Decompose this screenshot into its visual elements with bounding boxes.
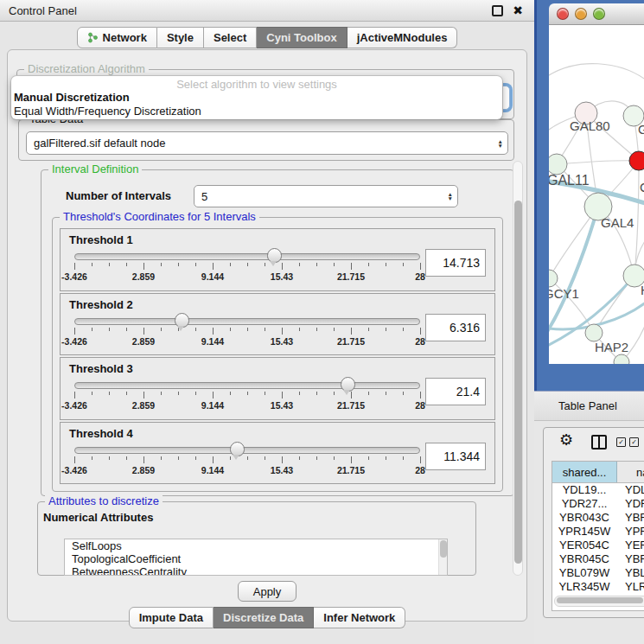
threshold-label: Threshold 4 [69,427,486,440]
tick-label: 15.43 [271,400,293,411]
tab-discretize-data[interactable]: Discretize Data [214,607,314,628]
table-data-combobox[interactable]: galFiltered.sif default node ▲▼ [26,131,508,155]
columns-icon[interactable] [591,435,607,450]
cell-name[interactable]: YPR1 [616,525,644,539]
cell-shared-name[interactable]: YDR27... [552,497,616,511]
stepper-arrows-icon: ▲▼ [448,192,453,201]
threshold-value-field[interactable]: 14.713 [425,249,486,277]
tick-label: -3.426 [61,465,87,475]
threshold-value-field[interactable]: 11.344 [425,443,486,470]
column-header-name[interactable]: na... [617,462,644,482]
number-of-intervals-combobox[interactable]: 5 ▲▼ [194,185,458,207]
threshold-slider[interactable]: -3.4262.8599.14415.4321.71528 [74,313,420,348]
float-window-icon[interactable] [492,5,503,16]
slider-track[interactable] [74,253,420,260]
tab-style[interactable]: Style [157,27,204,48]
table-row[interactable]: YBR045CYBR0 [552,552,644,566]
threshold-slider[interactable]: -3.4262.8599.14415.4321.71528 [74,442,420,476]
mac-close-icon[interactable] [557,8,569,20]
dropdown-item[interactable]: Manual Discretization [11,91,502,105]
slider-thumb[interactable] [341,377,355,392]
tab-select[interactable]: Select [204,27,257,48]
slider-track[interactable] [74,447,420,454]
table-data-value: galFiltered.sif default node [34,137,165,150]
cell-shared-name[interactable]: YPR145W [552,525,616,539]
cell-name[interactable]: YLR3 [616,580,644,594]
dropdown-item[interactable]: Equal Width/Frequency Discretization [11,105,502,118]
gear-icon[interactable]: ⚙ [559,432,573,448]
network-node[interactable] [629,151,644,170]
tab-cyni-toolbox[interactable]: Cyni Toolbox [257,27,347,48]
network-edge[interactable] [549,64,644,84]
cell-shared-name[interactable]: YER054C [552,539,616,552]
table-row[interactable]: YDL19...YDL1 [552,483,644,497]
network-edge[interactable] [557,161,639,164]
number-of-intervals-label: Number of Intervals [66,189,171,202]
node-label: C [640,180,644,194]
slider-thumb[interactable] [267,248,282,263]
interval-definition-title: Interval Definition [48,163,142,175]
tick-label: 28 [415,271,425,282]
network-node[interactable] [549,154,567,175]
node-label: G. [638,122,644,137]
column-header-shared-name[interactable]: shared... [552,462,617,482]
tab-jactivemnodules[interactable]: jActiveMNodules [348,27,458,48]
mac-minimize-icon[interactable] [575,8,587,20]
mac-zoom-icon[interactable] [593,8,605,20]
threshold-panel: Threshold 2-3.4262.8599.14415.4321.71528… [60,293,495,356]
top-tabbar: NetworkStyleSelectCyni ToolboxjActiveMNo… [0,27,534,48]
tab-network[interactable]: Network [77,27,157,48]
cell-name[interactable]: YDL1 [616,483,644,497]
checkbox-icon[interactable]: ✓ [616,437,626,447]
checkbox-icon[interactable]: ✓ [629,437,639,447]
cell-shared-name[interactable]: YBR045C [552,552,616,566]
cell-shared-name[interactable]: YBR043C [552,511,616,525]
cell-shared-name[interactable]: YDL19... [552,483,616,497]
network-node[interactable] [585,324,603,341]
table-row[interactable]: YDR27...YDR2 [552,497,644,511]
threshold-value-field[interactable]: 21.4 [425,378,486,405]
close-icon[interactable]: ✖ [513,4,523,16]
table-row[interactable]: YBR043CYBR0 [552,511,644,525]
tick-label: 28 [415,400,425,411]
table-row[interactable]: YPR145WYPR1 [552,525,644,539]
tab-label: jActiveMNodules [357,31,448,44]
threshold-slider[interactable]: -3.4262.8599.14415.4321.71528 [74,248,420,283]
apply-button[interactable]: Apply [238,581,296,602]
slider-thumb[interactable] [175,313,189,328]
tick-label: 28 [415,336,425,347]
node-label: GAL80 [570,118,610,133]
tab-impute-data[interactable]: Impute Data [129,607,214,628]
tick-label: 9.144 [201,400,224,411]
tick-label: 2.859 [132,336,155,347]
attribute-list-item[interactable]: SelfLoops [65,539,447,552]
tick-label: 9.144 [201,336,224,347]
tick-label: 2.859 [132,465,155,475]
attribute-list-item[interactable]: BetweennessCentrality [65,565,447,576]
slider-track[interactable] [74,318,420,325]
table-row[interactable]: YER054CYER0 [552,539,644,552]
tab-infer-network[interactable]: Infer Network [314,607,405,628]
cell-name[interactable]: YBL0 [616,566,644,580]
threshold-slider[interactable]: -3.4262.8599.14415.4321.71528 [74,377,420,411]
cell-name[interactable]: YBR0 [616,511,644,525]
list-scrollbar[interactable] [438,539,447,575]
slider-thumb[interactable] [230,442,245,456]
control-panel-dock: Control Panel ✖ NetworkStyleSelectCyni T… [0,0,534,644]
threshold-value-field[interactable]: 6.316 [425,314,486,341]
cell-name[interactable]: YER0 [616,539,644,552]
network-window-titlebar[interactable] [549,3,644,25]
slider-track[interactable] [74,382,420,389]
numerical-attributes-list[interactable]: SelfLoopsTopologicalCoefficientBetweenne… [64,539,448,576]
network-canvas[interactable]: GAL80G.GAL11GAL4GCY1HHAP2C [549,25,644,364]
cell-shared-name[interactable]: YLR345W [552,580,616,594]
node-label: H [641,283,644,297]
panel-scrollbar-thumb[interactable] [514,201,522,564]
table-row[interactable]: YBL079WYBL0 [552,566,644,580]
cell-name[interactable]: YDR2 [616,497,644,511]
cell-shared-name[interactable]: YBL079W [552,566,616,580]
table-hscrollbar[interactable] [554,596,644,607]
attribute-list-item[interactable]: TopologicalCoefficient [65,552,447,565]
table-row[interactable]: YLR345WYLR3 [552,580,644,594]
cell-name[interactable]: YBR0 [616,552,644,566]
